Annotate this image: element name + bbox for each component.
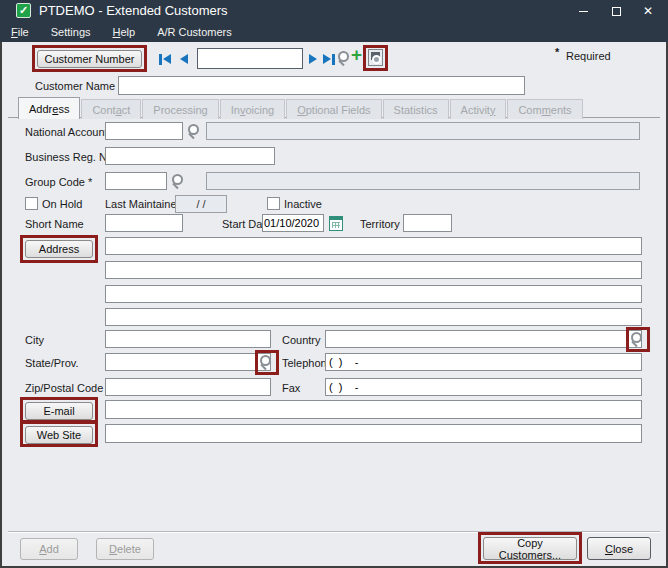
delete-button[interactable]: Delete [96,538,154,560]
close-form-button[interactable]: Close [587,537,651,560]
menu-bar: File Settings Help A/R Customers [0,22,668,42]
required-star: * [555,46,559,58]
territory-input[interactable] [403,214,452,232]
app-icon: ✓ [16,3,31,18]
customer-name-label: Customer Name [35,80,115,92]
fax-label: Fax [282,382,300,394]
tab-strip: Address Contact Processing Invoicing Opt… [18,97,584,119]
calendar-icon[interactable] [329,216,343,231]
next-record-button[interactable] [309,53,317,65]
group-code-description [206,172,640,190]
address-button[interactable]: Address [25,240,93,258]
bottom-separator [8,531,660,533]
previous-record-icon [180,54,188,64]
new-record-plus-icon[interactable]: + [351,45,362,64]
fax-input[interactable] [325,378,642,396]
web-site-input[interactable] [105,424,642,443]
tab-statistics[interactable]: Statistics [383,99,449,119]
last-maintained-value: / / [175,195,227,213]
national-account-description [206,122,640,140]
menu-item-settings[interactable]: Settings [40,22,102,42]
address-line-4-input[interactable] [105,308,642,326]
city-input[interactable] [105,330,271,348]
window-title: PTDEMO - Extended Customers [39,3,228,18]
email-input[interactable] [105,400,642,419]
tab-optional-fields[interactable]: Optional Fields [286,99,381,119]
customer-name-input[interactable] [118,76,525,95]
tab-activity[interactable]: Activity [450,99,507,119]
tab-address[interactable]: Address [18,97,80,119]
search-icon[interactable] [337,50,351,66]
last-record-button[interactable] [323,53,335,65]
zip-postal-input[interactable] [105,378,271,396]
address-line-1-input[interactable] [105,237,642,255]
city-label: City [25,334,44,346]
address-line-3-input[interactable] [105,285,642,303]
menu-item-help[interactable]: Help [102,22,147,42]
country-finder-icon[interactable] [630,331,644,347]
customer-number-button[interactable]: Customer Number [37,50,142,68]
inquiry-icon[interactable] [368,49,383,66]
app-window: ✓ PTDEMO - Extended Customers ✕ File Set… [0,0,668,568]
business-reg-label: Business Reg. No. [25,151,116,163]
email-button[interactable]: E-mail [25,402,93,420]
group-code-label: Group Code * [25,176,92,188]
address-line-2-input[interactable] [105,261,642,279]
tab-comments[interactable]: Comments [507,99,582,119]
customer-number-input[interactable] [197,48,303,69]
last-maintained-label: Last Maintained [105,198,183,210]
inactive-checkbox[interactable] [267,197,280,210]
first-record-icon [159,54,162,65]
close-button[interactable]: ✕ [634,0,662,22]
minimize-icon [579,11,588,12]
tab-processing[interactable]: Processing [142,99,218,119]
maximize-button[interactable] [602,0,630,22]
copy-customers-button[interactable]: Copy Customers... [483,537,577,560]
on-hold-checkbox[interactable] [25,197,38,210]
on-hold-label: On Hold [42,198,82,210]
last-record-icon [323,54,331,64]
maximize-icon [612,7,621,16]
web-site-button[interactable]: Web Site [25,426,93,444]
first-record-button[interactable] [159,53,171,65]
group-code-input[interactable] [105,172,167,190]
previous-record-button[interactable] [180,53,188,65]
start-date-input[interactable] [262,214,324,232]
inactive-label: Inactive [284,198,322,210]
state-prov-finder-icon[interactable] [259,354,273,370]
next-record-icon [309,54,317,64]
zip-postal-label: Zip/Postal Code [25,382,103,394]
territory-label: Territory [360,218,400,230]
required-label: Required [566,50,611,62]
national-account-finder-icon[interactable] [187,123,201,139]
menu-item-ar-customers[interactable]: A/R Customers [146,22,243,42]
state-prov-label: State/Prov. [25,357,79,369]
minimize-button[interactable] [569,0,597,22]
title-bar: ✓ PTDEMO - Extended Customers ✕ [0,0,668,22]
add-button[interactable]: Add [20,538,78,560]
tab-invoicing[interactable]: Invoicing [220,99,285,119]
state-prov-input[interactable] [105,353,271,371]
short-name-label: Short Name [25,218,84,230]
business-reg-input[interactable] [105,147,275,165]
country-input[interactable] [325,330,642,348]
telephone-input[interactable] [325,353,642,371]
tab-contact[interactable]: Contact [81,99,141,119]
country-label: Country [282,334,321,346]
national-account-input[interactable] [105,122,183,140]
menu-item-file[interactable]: File [0,22,40,42]
short-name-input[interactable] [105,214,183,232]
group-code-finder-icon[interactable] [171,173,185,189]
